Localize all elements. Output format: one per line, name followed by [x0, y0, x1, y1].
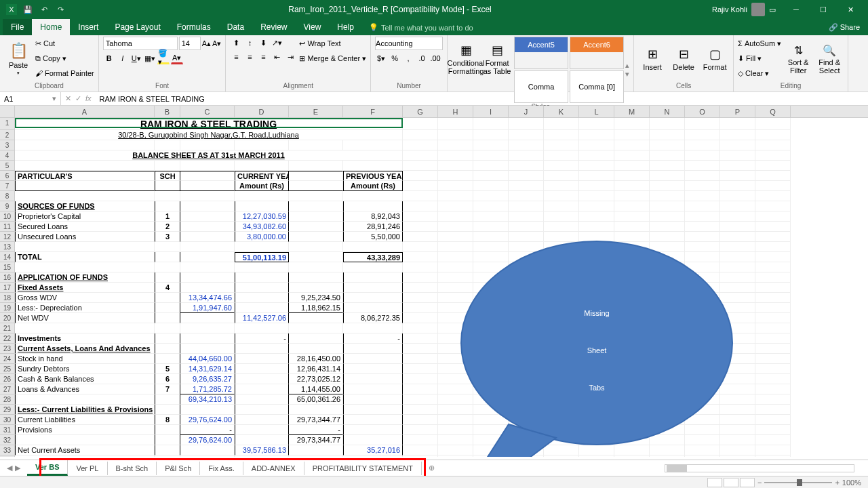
- underline-button[interactable]: U▾: [130, 52, 142, 64]
- row-header[interactable]: 3: [0, 140, 15, 150]
- cell[interactable]: [650, 344, 685, 354]
- cell[interactable]: [544, 303, 579, 313]
- cell[interactable]: [720, 425, 755, 435]
- cell[interactable]: [614, 252, 650, 262]
- cell[interactable]: [509, 222, 544, 232]
- cell[interactable]: [289, 272, 343, 283]
- cell[interactable]: [509, 333, 544, 344]
- cell[interactable]: [755, 313, 791, 323]
- col-header[interactable]: N: [650, 106, 685, 117]
- cell[interactable]: [235, 161, 289, 171]
- cell[interactable]: RAM IRON & STEEL TRADING: [15, 118, 403, 130]
- cell[interactable]: [473, 118, 509, 130]
- cell[interactable]: [180, 262, 235, 272]
- cell[interactable]: [438, 435, 473, 445]
- cell[interactable]: [155, 181, 180, 191]
- cell[interactable]: [650, 140, 685, 150]
- format-as-table-button[interactable]: ▤Format as Table: [483, 37, 511, 81]
- cell[interactable]: [579, 344, 614, 354]
- row-header[interactable]: 16: [0, 272, 15, 283]
- cell[interactable]: [614, 303, 650, 313]
- cell[interactable]: Loans & Advances: [15, 384, 155, 394]
- cell[interactable]: 3: [155, 232, 180, 242]
- tab-file[interactable]: File: [3, 19, 32, 35]
- cell[interactable]: [180, 201, 235, 211]
- cell[interactable]: [403, 323, 438, 333]
- cell[interactable]: [403, 191, 438, 201]
- cell[interactable]: [473, 211, 509, 222]
- cell[interactable]: [438, 222, 473, 232]
- cell[interactable]: [403, 344, 438, 354]
- cell[interactable]: [650, 445, 685, 455]
- cell[interactable]: [650, 364, 685, 374]
- cell[interactable]: [438, 455, 473, 457]
- cell[interactable]: Less:- Depreciation: [15, 303, 155, 313]
- cell[interactable]: [685, 181, 720, 191]
- cell[interactable]: [403, 293, 438, 303]
- cell[interactable]: [720, 171, 755, 181]
- cell[interactable]: 12,96,431.14: [289, 364, 343, 374]
- cell[interactable]: [473, 344, 509, 354]
- cell[interactable]: [579, 242, 614, 252]
- cell[interactable]: [155, 435, 180, 445]
- format-painter-button[interactable]: 🖌Format Painter: [35, 66, 94, 80]
- cell[interactable]: [579, 252, 614, 262]
- cell[interactable]: [235, 191, 289, 201]
- cell[interactable]: [650, 435, 685, 445]
- row-header[interactable]: 10: [0, 211, 15, 222]
- cell[interactable]: [579, 130, 614, 140]
- cell[interactable]: [473, 272, 509, 283]
- cell[interactable]: [343, 293, 403, 303]
- cell[interactable]: [289, 344, 343, 354]
- cell[interactable]: [235, 293, 289, 303]
- cell[interactable]: [509, 374, 544, 384]
- zoom-slider[interactable]: −+ 100%: [757, 479, 861, 487]
- cell[interactable]: Sundry Debtors: [15, 364, 155, 374]
- cell[interactable]: [438, 252, 473, 262]
- cell[interactable]: [755, 384, 791, 394]
- cell[interactable]: [155, 405, 180, 415]
- cell[interactable]: [720, 130, 755, 140]
- cell[interactable]: [473, 130, 509, 140]
- cell[interactable]: [235, 201, 289, 211]
- cell[interactable]: [473, 242, 509, 252]
- cell[interactable]: [15, 181, 155, 191]
- cut-button[interactable]: ✂Cut: [35, 37, 94, 50]
- tab-data[interactable]: Data: [219, 19, 252, 35]
- cell[interactable]: -: [289, 425, 343, 435]
- col-header[interactable]: J: [509, 106, 544, 117]
- cell[interactable]: [473, 201, 509, 211]
- cell[interactable]: [438, 191, 473, 201]
- cell[interactable]: [343, 415, 403, 425]
- cell[interactable]: [685, 211, 720, 222]
- cell[interactable]: [614, 333, 650, 344]
- cell[interactable]: [685, 293, 720, 303]
- cell[interactable]: [289, 323, 343, 333]
- tab-home[interactable]: Home: [32, 19, 70, 35]
- cell[interactable]: [343, 425, 403, 435]
- cell[interactable]: [650, 222, 685, 232]
- cell[interactable]: [15, 161, 155, 171]
- cell[interactable]: [509, 354, 544, 364]
- cell[interactable]: Stock in hand: [15, 354, 155, 364]
- align-right-icon[interactable]: ≡: [257, 51, 269, 63]
- name-box[interactable]: A1 ▾: [0, 92, 61, 105]
- cell[interactable]: [614, 455, 650, 457]
- zoom-level[interactable]: 100%: [842, 479, 861, 487]
- cell[interactable]: 1,71,285.72: [180, 384, 235, 394]
- cell[interactable]: [720, 364, 755, 374]
- cell[interactable]: [155, 323, 180, 333]
- cell[interactable]: [509, 130, 544, 140]
- cell[interactable]: [343, 374, 403, 384]
- cell[interactable]: [15, 242, 155, 252]
- page-break-view-button[interactable]: [740, 478, 755, 487]
- cell[interactable]: [403, 130, 438, 140]
- cell[interactable]: [235, 405, 289, 415]
- cell[interactable]: [509, 211, 544, 222]
- cell[interactable]: [755, 303, 791, 313]
- cell[interactable]: [155, 252, 180, 262]
- cell[interactable]: [403, 405, 438, 415]
- col-header[interactable]: B: [155, 106, 180, 117]
- col-header[interactable]: A: [15, 106, 155, 117]
- cell[interactable]: [403, 425, 438, 435]
